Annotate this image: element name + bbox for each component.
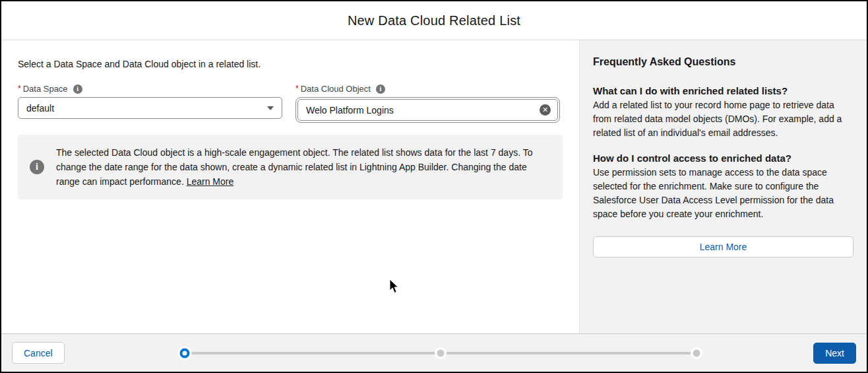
- data-cloud-object-label: * Data Cloud Object i: [295, 84, 560, 94]
- modal-footer: Cancel Next: [1, 333, 867, 372]
- info-icon: i: [30, 160, 44, 174]
- required-asterisk: *: [295, 84, 299, 93]
- faq-sidebar: Frequently Asked Questions What can I do…: [579, 40, 867, 333]
- data-space-select[interactable]: default: [18, 97, 282, 119]
- alert-message: The selected Data Cloud object is a high…: [56, 147, 532, 187]
- form-row: * Data Space i default * Data Cloud Obje…: [18, 84, 563, 123]
- alert-text: The selected Data Cloud object is a high…: [56, 145, 551, 189]
- faq-question-1: What can I do with enriched related list…: [593, 85, 853, 96]
- main-panel: Select a Data Space and Data Cloud objec…: [1, 40, 579, 333]
- modal-body: Select a Data Space and Data Cloud objec…: [1, 40, 867, 333]
- high-scale-object-alert: i The selected Data Cloud object is a hi…: [18, 135, 563, 199]
- data-space-label-text: Data Space: [23, 84, 68, 94]
- required-asterisk: *: [18, 84, 21, 93]
- data-space-selected-value: default: [26, 103, 54, 114]
- cancel-button[interactable]: Cancel: [12, 342, 65, 364]
- clear-icon[interactable]: ✕: [540, 104, 551, 116]
- faq-answer-2: Use permission sets to manage access to …: [593, 166, 853, 221]
- data-cloud-object-label-text: Data Cloud Object: [301, 84, 371, 94]
- learn-more-button[interactable]: Learn More: [593, 236, 853, 257]
- new-data-cloud-related-list-modal: New Data Cloud Related List Select a Dat…: [0, 0, 868, 373]
- next-button[interactable]: Next: [813, 343, 856, 364]
- faq-title: Frequently Asked Questions: [593, 56, 853, 68]
- progress-indicator: [185, 348, 697, 358]
- progress-step-2[interactable]: [437, 349, 445, 356]
- faq-item: How do I control access to enriched data…: [593, 153, 853, 221]
- info-icon[interactable]: i: [376, 85, 385, 94]
- page-title: New Data Cloud Related List: [348, 13, 520, 28]
- alert-learn-more-link[interactable]: Learn More: [187, 176, 234, 187]
- chevron-down-icon: [267, 106, 274, 110]
- intro-text: Select a Data Space and Data Cloud objec…: [18, 59, 563, 69]
- data-cloud-object-input[interactable]: [306, 105, 540, 116]
- progress-step-1-active[interactable]: [180, 348, 190, 358]
- data-cloud-object-combobox-focus-ring: ✕: [295, 97, 560, 123]
- data-space-field: * Data Space i default: [18, 84, 282, 123]
- faq-item: What can I do with enriched related list…: [593, 85, 853, 140]
- data-space-label: * Data Space i: [18, 84, 282, 94]
- info-icon[interactable]: i: [73, 85, 82, 94]
- faq-question-2: How do I control access to enriched data…: [593, 153, 853, 164]
- modal-header: New Data Cloud Related List: [1, 1, 867, 40]
- progress-step-3[interactable]: [693, 349, 700, 356]
- faq-answer-1: Add a related list to your record home p…: [593, 98, 853, 140]
- data-cloud-object-combobox: ✕: [297, 99, 558, 121]
- mouse-cursor: [389, 279, 400, 294]
- data-cloud-object-field: * Data Cloud Object i ✕: [295, 84, 560, 123]
